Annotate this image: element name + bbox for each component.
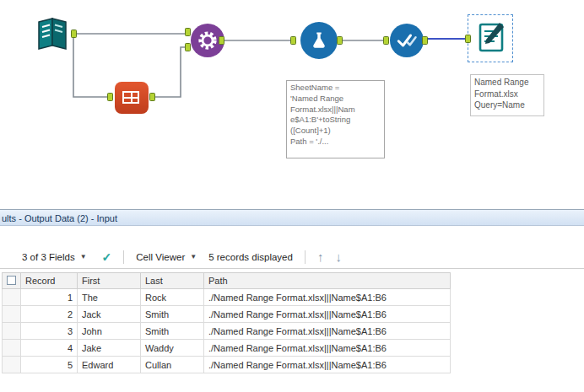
gear-icon	[193, 26, 222, 55]
row-selector-cell[interactable]	[3, 306, 21, 323]
results-table-body: 1TheRock./Named Range Format.xlsx|||Name…	[3, 289, 451, 373]
input-anchor[interactable]	[383, 36, 389, 45]
table-cell[interactable]: Waddy	[141, 340, 204, 357]
connection-line[interactable]	[73, 35, 107, 97]
row-selector-cell[interactable]	[3, 323, 21, 340]
output-anchor[interactable]	[149, 93, 155, 101]
results-panel: ults - Output Data (2) - Input 3 of 3 Fi…	[0, 209, 584, 392]
results-toolbar: 3 of 3 Fields ▼ ✓ Cell Viewer ▼ 5 record…	[0, 245, 584, 269]
output-anchor[interactable]	[219, 36, 224, 45]
table-cell[interactable]: 1	[21, 289, 78, 306]
column-header-first[interactable]: First	[78, 273, 141, 289]
table-cell[interactable]: 5	[21, 357, 78, 373]
table-cell[interactable]: 4	[21, 340, 78, 357]
chevron-down-icon: ▼	[190, 253, 197, 260]
table-cell[interactable]: Smith	[141, 306, 204, 323]
workflow-canvas[interactable]: SheetName = 'Named Range Format.xlsx|||N…	[0, 0, 584, 209]
toolbar-separator	[305, 250, 306, 264]
table-cell[interactable]: Jack	[78, 306, 141, 323]
table-row[interactable]: 4JakeWaddy./Named Range Format.xlsx|||Na…	[3, 340, 451, 357]
formula-tool[interactable]	[300, 22, 338, 59]
down-arrow-button[interactable]: ↓	[335, 250, 342, 263]
double-check-icon	[394, 28, 419, 53]
table-row[interactable]: 5EdwardCullan./Named Range Format.xlsx||…	[3, 357, 451, 373]
grid-icon	[122, 91, 139, 104]
tool-annotation[interactable]: SheetName = 'Named Range Format.xlsx|||N…	[286, 80, 385, 158]
input-anchor[interactable]	[465, 35, 471, 43]
column-header-path[interactable]: Path	[204, 273, 451, 289]
input-anchor[interactable]	[290, 36, 296, 45]
table-cell[interactable]: ./Named Range Format.xlsx|||Name$A1:B6	[204, 323, 451, 340]
up-arrow-button[interactable]: ↑	[317, 250, 324, 263]
book-icon	[34, 15, 71, 52]
input-anchor-2[interactable]	[185, 43, 191, 51]
table-cell[interactable]: Jake	[78, 340, 141, 357]
input-data-tool[interactable]	[34, 15, 71, 52]
table-cell[interactable]: John	[78, 323, 141, 340]
table-cell[interactable]: 3	[21, 323, 78, 340]
records-displayed-text: 5 records displayed	[208, 252, 293, 262]
output-anchor[interactable]	[71, 30, 77, 38]
table-cell[interactable]: Cullan	[141, 357, 204, 373]
fields-dropdown[interactable]: 3 of 3 Fields ▼	[22, 252, 87, 262]
tool-annotation[interactable]: Named Range Format.xlsx Query=Name	[470, 74, 544, 116]
input-anchor[interactable]	[107, 93, 113, 101]
table-cell[interactable]: Rock	[141, 289, 204, 306]
toolbar-separator	[123, 250, 124, 264]
notepad-pencil-icon	[473, 19, 510, 56]
results-table: Record First Last Path 1TheRock./Named R…	[2, 272, 451, 373]
chevron-down-icon: ▼	[80, 253, 87, 260]
results-title: ults - Output Data (2) - Input	[0, 211, 117, 226]
table-cell[interactable]: Smith	[141, 323, 204, 340]
connection-line[interactable]	[155, 47, 185, 97]
table-row[interactable]: 2JackSmith./Named Range Format.xlsx|||Na…	[3, 306, 451, 323]
table-cell[interactable]: ./Named Range Format.xlsx|||Name$A1:B6	[204, 306, 451, 323]
row-selector-cell[interactable]	[3, 357, 21, 373]
table-cell[interactable]: Edward	[78, 357, 141, 373]
cell-viewer-dropdown[interactable]: Cell Viewer ▼	[136, 252, 197, 262]
column-header-record[interactable]: Record	[21, 273, 78, 289]
flask-icon	[306, 28, 332, 53]
apply-check-icon[interactable]: ✓	[102, 250, 112, 264]
select-all-icon	[7, 276, 16, 285]
table-cell[interactable]: ./Named Range Format.xlsx|||Name$A1:B6	[204, 357, 451, 373]
table-cell[interactable]: ./Named Range Format.xlsx|||Name$A1:B6	[204, 289, 451, 306]
row-selector-cell[interactable]	[3, 340, 21, 357]
table-cell[interactable]: ./Named Range Format.xlsx|||Name$A1:B6	[204, 340, 451, 357]
row-selector-cell[interactable]	[3, 289, 21, 306]
results-titlebar[interactable]: ults - Output Data (2) - Input	[0, 210, 584, 226]
column-header-last[interactable]: Last	[141, 273, 204, 289]
text-input-tool[interactable]	[115, 82, 149, 114]
table-cell[interactable]: 2	[21, 306, 78, 323]
output-data-tool[interactable]	[473, 19, 510, 56]
table-row[interactable]: 1TheRock./Named Range Format.xlsx|||Name…	[3, 289, 451, 306]
check-tool[interactable]	[390, 24, 424, 57]
input-anchor-1[interactable]	[185, 28, 191, 36]
table-cell[interactable]: The	[78, 289, 141, 306]
output-anchor[interactable]	[337, 36, 343, 45]
table-header-row: Record First Last Path	[3, 273, 451, 289]
output-anchor[interactable]	[422, 36, 428, 45]
table-row[interactable]: 3JohnSmith./Named Range Format.xlsx|||Na…	[3, 323, 451, 340]
alteryx-window: SheetName = 'Named Range Format.xlsx|||N…	[0, 0, 584, 392]
select-all-corner[interactable]	[3, 273, 21, 289]
